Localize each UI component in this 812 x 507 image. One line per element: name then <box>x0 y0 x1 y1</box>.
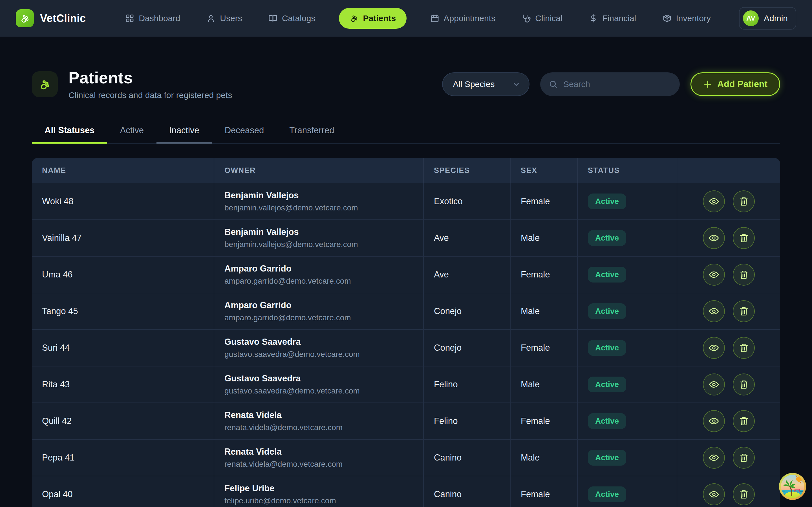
table-row: Woki 48 Benjamin Vallejos benjamin.valle… <box>32 183 780 219</box>
add-patient-button[interactable]: Add Patient <box>691 72 780 96</box>
nav-item-inventory[interactable]: Inventory <box>660 8 714 29</box>
delete-patient-button[interactable] <box>733 227 755 249</box>
species-filter-value: All Species <box>453 79 495 89</box>
plus-icon <box>703 80 712 89</box>
patient-name-cell: Opal 40 <box>32 476 214 507</box>
delete-patient-button[interactable] <box>733 337 755 359</box>
tab-active[interactable]: Active <box>107 119 156 144</box>
nav-item-label: Patients <box>363 13 396 23</box>
view-patient-button[interactable] <box>703 483 725 505</box>
eye-icon <box>709 342 719 353</box>
trash-icon <box>739 233 749 243</box>
col-name: NAME <box>32 158 214 183</box>
trash-icon <box>739 453 749 463</box>
eye-icon <box>709 306 719 317</box>
table-row: Uma 46 Amparo Garrido amparo.garrido@dem… <box>32 256 780 293</box>
owner-cell: Amparo Garrido amparo.garrido@demo.vetca… <box>214 293 424 329</box>
nav-item-users[interactable]: Users <box>204 8 245 29</box>
patient-name-cell: Quill 42 <box>32 403 214 439</box>
status-cell: Active <box>578 476 677 507</box>
sex-cell: Female <box>511 330 578 366</box>
status-tabs: All Statuses Active Inactive Deceased Tr… <box>32 119 780 144</box>
delete-patient-button[interactable] <box>733 190 755 212</box>
actions-cell <box>677 476 780 507</box>
sex-cell: Male <box>511 367 578 402</box>
species-cell: Exotico <box>424 183 511 219</box>
view-patient-button[interactable] <box>703 447 725 469</box>
brand[interactable]: VetClinic <box>16 9 86 27</box>
delete-patient-button[interactable] <box>733 447 755 469</box>
owner-name: Benjamin Vallejos <box>224 227 423 237</box>
dashboard-grid-icon <box>125 14 134 23</box>
status-cell: Active <box>578 257 677 293</box>
table-row: Quill 42 Renata Videla renata.videla@dem… <box>32 402 780 439</box>
actions-cell <box>677 440 780 476</box>
nav-item-financial[interactable]: Financial <box>586 8 639 29</box>
status-badge: Active <box>588 267 626 283</box>
nav-menu: Dashboard Users Catalogs Patients <box>122 8 714 29</box>
tab-inactive[interactable]: Inactive <box>156 119 212 144</box>
actions-cell <box>677 257 780 293</box>
owner-email: gustavo.saavedra@demo.vetcare.com <box>224 386 423 395</box>
species-cell: Ave <box>424 257 511 293</box>
top-navbar: VetClinic Dashboard Users Catalogs <box>0 0 812 37</box>
nav-item-clinical[interactable]: Clinical <box>519 8 565 29</box>
view-patient-button[interactable] <box>703 190 725 212</box>
view-patient-button[interactable] <box>703 374 725 395</box>
tropical-island-sticker[interactable] <box>779 473 806 500</box>
view-patient-button[interactable] <box>703 227 725 249</box>
nav-item-patients[interactable]: Patients <box>339 8 407 29</box>
actions-cell <box>677 403 780 439</box>
tab-transferred[interactable]: Transferred <box>276 119 347 144</box>
col-sex: SEX <box>511 158 578 183</box>
actions-cell <box>677 367 780 402</box>
nav-item-label: Financial <box>602 13 636 23</box>
view-patient-button[interactable] <box>703 410 725 432</box>
nav-item-dashboard[interactable]: Dashboard <box>122 8 183 29</box>
table-row: Vainilla 47 Benjamin Vallejos benjamin.v… <box>32 219 780 256</box>
status-cell: Active <box>578 220 677 256</box>
nav-item-label: Users <box>220 13 242 23</box>
page-title: Patients <box>68 68 232 87</box>
patient-name-cell: Woki 48 <box>32 183 214 219</box>
owner-name: Gustavo Saavedra <box>224 374 423 384</box>
paw-icon <box>350 14 359 23</box>
page-header: Patients Clinical records and data for r… <box>32 68 780 100</box>
owner-name: Renata Videla <box>224 410 423 420</box>
search-input[interactable] <box>563 79 671 89</box>
tab-deceased[interactable]: Deceased <box>212 119 277 144</box>
page-subtitle: Clinical records and data for registered… <box>68 91 232 100</box>
eye-icon <box>709 489 719 500</box>
table-row: Tango 45 Amparo Garrido amparo.garrido@d… <box>32 293 780 329</box>
actions-cell <box>677 293 780 329</box>
delete-patient-button[interactable] <box>733 300 755 322</box>
species-filter-select[interactable]: All Species <box>442 72 529 96</box>
nav-item-appointments[interactable]: Appointments <box>427 8 498 29</box>
view-patient-button[interactable] <box>703 300 725 322</box>
view-patient-button[interactable] <box>703 264 725 286</box>
owner-email: benjamin.vallejos@demo.vetcare.com <box>224 240 423 249</box>
owner-cell: Felipe Uribe felipe.uribe@demo.vetcare.c… <box>214 476 424 507</box>
paw-icon <box>38 78 51 91</box>
sex-cell: Male <box>511 293 578 329</box>
status-cell: Active <box>578 183 677 219</box>
table-row: Rita 43 Gustavo Saavedra gustavo.saavedr… <box>32 366 780 402</box>
delete-patient-button[interactable] <box>733 374 755 395</box>
admin-menu[interactable]: AV Admin <box>739 7 796 30</box>
status-cell: Active <box>578 440 677 476</box>
status-cell: Active <box>578 367 677 402</box>
patient-name-cell: Uma 46 <box>32 257 214 293</box>
delete-patient-button[interactable] <box>733 483 755 505</box>
status-badge: Active <box>588 450 626 466</box>
eye-icon <box>709 233 719 243</box>
sex-cell: Male <box>511 220 578 256</box>
delete-patient-button[interactable] <box>733 264 755 286</box>
nav-item-label: Clinical <box>535 13 562 23</box>
trash-icon <box>739 379 749 390</box>
status-badge: Active <box>588 487 626 502</box>
tab-all-statuses[interactable]: All Statuses <box>32 119 107 144</box>
view-patient-button[interactable] <box>703 337 725 359</box>
col-status: STATUS <box>578 158 677 183</box>
delete-patient-button[interactable] <box>733 410 755 432</box>
nav-item-catalogs[interactable]: Catalogs <box>266 8 318 29</box>
